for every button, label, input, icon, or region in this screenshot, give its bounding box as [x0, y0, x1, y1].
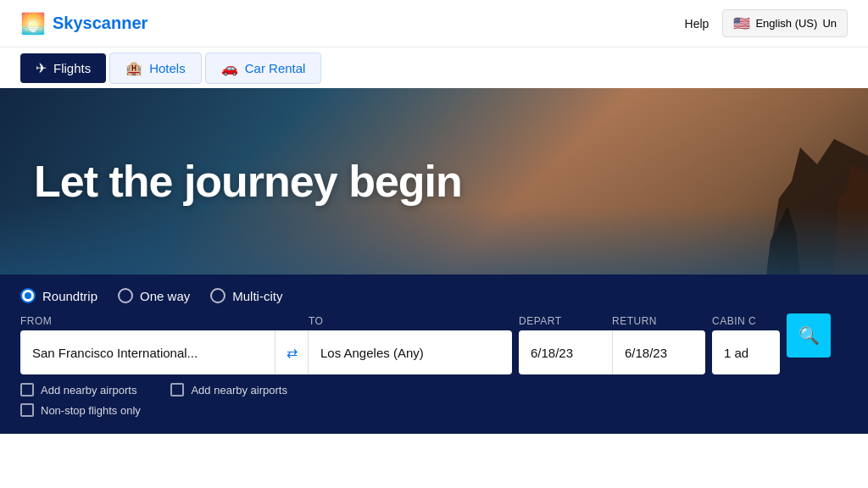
checkboxes-row: Add nearby airports Add nearby airports [20, 383, 848, 396]
radio-multi-city-circle [210, 288, 225, 303]
tab-flights-label: Flights [53, 61, 91, 75]
checkbox-nonstop[interactable]: Non-stop flights only [20, 403, 848, 417]
swap-icon: ⇄ [287, 345, 298, 361]
language-selector[interactable]: 🇺🇸 English (US) Un [722, 9, 848, 37]
help-link[interactable]: Help [685, 17, 709, 30]
nonstop-row: Non-stop flights only [20, 403, 848, 417]
flag-icon: 🇺🇸 [733, 15, 750, 31]
tab-hotels[interactable]: 🏨 Hotels [109, 53, 202, 84]
header-right: Help 🇺🇸 English (US) Un [685, 9, 848, 37]
cabin-field-group: Cabin C [712, 315, 780, 374]
radio-roundtrip-label: Roundtrip [42, 289, 97, 303]
swap-button[interactable]: ⇄ [275, 330, 309, 374]
search-button[interactable]: 🔍 [787, 313, 831, 358]
radio-roundtrip[interactable]: Roundtrip [20, 288, 97, 303]
to-field-group: To [309, 315, 512, 374]
tab-hotels-label: Hotels [149, 61, 186, 75]
logo-text: Skyscanner [53, 14, 147, 33]
depart-input[interactable] [519, 330, 612, 374]
radio-one-way-label: One way [140, 289, 190, 303]
checkbox-nearby-from[interactable]: Add nearby airports [20, 383, 136, 396]
to-input[interactable] [309, 330, 512, 374]
checkbox-nearby-to-box [170, 383, 184, 396]
checkbox-nonstop-label: Non-stop flights only [41, 404, 141, 417]
from-field-group: From [20, 315, 275, 374]
header: 🌅 Skyscanner Help 🇺🇸 English (US) Un [0, 0, 868, 47]
search-icon: 🔍 [798, 325, 820, 346]
cabin-label: Cabin C [712, 315, 780, 327]
trip-type-row: Roundtrip One way Multi-city [20, 288, 848, 303]
logo-area: 🌅 Skyscanner [20, 12, 147, 36]
to-label: To [309, 315, 512, 327]
hero-section: Let the journey begin [0, 88, 868, 274]
tab-car-rental-label: Car Rental [245, 61, 306, 75]
from-input[interactable] [20, 330, 275, 374]
return-input[interactable] [612, 330, 705, 374]
checkbox-nearby-to-label: Add nearby airports [191, 384, 287, 396]
tab-car-rental[interactable]: 🚗 Car Rental [205, 53, 322, 84]
checkbox-nearby-from-box [20, 383, 34, 396]
depart-label: Depart [519, 315, 612, 327]
hotels-icon: 🏨 [125, 60, 142, 76]
language-label: English (US) [755, 17, 817, 30]
hero-title: Let the journey begin [0, 156, 496, 207]
checkbox-nearby-from-label: Add nearby airports [41, 384, 136, 396]
radio-one-way-circle [118, 288, 133, 303]
car-icon: 🚗 [221, 60, 238, 76]
tab-flights[interactable]: ✈ Flights [20, 53, 106, 83]
radio-one-way[interactable]: One way [118, 288, 190, 303]
from-label: From [20, 315, 275, 327]
skyscanner-logo-icon: 🌅 [20, 12, 46, 36]
search-panel: Roundtrip One way Multi-city From ⇄ To D… [0, 274, 868, 434]
radio-roundtrip-circle [20, 288, 36, 303]
return-label: Return [612, 315, 705, 327]
radio-multi-city[interactable]: Multi-city [210, 288, 282, 303]
checkbox-nearby-to[interactable]: Add nearby airports [170, 383, 287, 396]
flights-icon: ✈ [36, 60, 47, 76]
language-suffix: Un [822, 17, 837, 30]
depart-field-group: Depart [519, 315, 612, 374]
search-fields: From ⇄ To Depart Return Cabin C � [20, 315, 848, 374]
hero-waves [0, 207, 868, 274]
checkbox-nonstop-box [20, 403, 34, 417]
return-field-group: Return [612, 315, 705, 374]
nav-tabs: ✈ Flights 🏨 Hotels 🚗 Car Rental [0, 47, 868, 88]
cabin-input[interactable] [712, 330, 780, 374]
radio-multi-city-label: Multi-city [232, 289, 282, 303]
